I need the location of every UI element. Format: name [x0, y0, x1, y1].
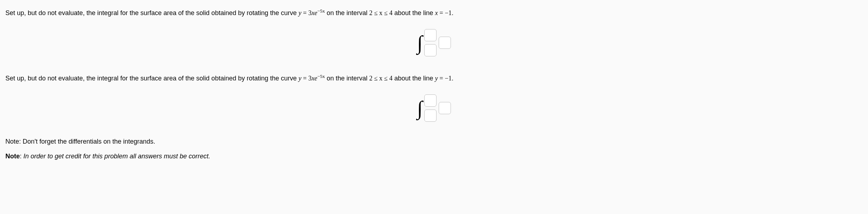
q2-e: e — [315, 75, 317, 82]
q1-interval: 2 ≤ x ≤ 4 — [369, 9, 393, 17]
q1-eq-lhs: y — [299, 9, 302, 17]
question-1-prompt: Set up, but do not evaluate, the integra… — [5, 7, 863, 18]
bounds-stack-1 — [424, 29, 437, 56]
q1-axis-eq: = — [438, 9, 445, 17]
q2-axis-rhs: −1 — [445, 75, 452, 82]
note-2: Note: In order to get credit for this pr… — [5, 153, 863, 160]
integral-symbol-icon: ∫ — [417, 33, 422, 53]
q2-period: . — [452, 75, 453, 82]
q2-coef: 3 — [308, 75, 312, 82]
lower-bound-input-2[interactable] — [424, 110, 437, 122]
integral-2: ∫ — [5, 94, 863, 122]
q1-axis-lhs: x — [435, 9, 438, 17]
integrand-input-2[interactable] — [439, 102, 451, 114]
q2-eq-lhs: y — [299, 75, 302, 82]
q1-period: . — [452, 9, 453, 17]
q2-axis-lhs: y — [435, 75, 438, 82]
integrand-input-1[interactable] — [439, 37, 451, 49]
q1-eq-eq: = — [302, 9, 308, 17]
note-2-bold: Note — [5, 153, 20, 160]
lower-bound-input-1[interactable] — [424, 44, 437, 56]
q2-interval: 2 ≤ x ≤ 4 — [369, 75, 393, 82]
question-2-prompt: Set up, but do not evaluate, the integra… — [5, 73, 863, 84]
note-2-sep: : — [20, 153, 23, 160]
upper-bound-input-1[interactable] — [424, 29, 437, 41]
bounds-stack-2 — [424, 94, 437, 122]
q2-about-pre: about the line — [393, 75, 435, 82]
q2-interval-pre: on the interval — [325, 75, 369, 82]
integral-symbol-icon: ∫ — [417, 98, 422, 118]
note-1: Note: Don't forget the differentials on … — [5, 138, 863, 145]
q1-exp: −5x — [317, 8, 325, 14]
q1-pre-text: Set up, but do not evaluate, the integra… — [5, 9, 299, 17]
q2-var: x — [312, 75, 315, 82]
q1-var: x — [312, 9, 315, 17]
integral-1: ∫ — [5, 29, 863, 56]
upper-bound-input-2[interactable] — [424, 94, 437, 107]
q1-e: e — [315, 9, 317, 17]
note-2-ital: In order to get credit for this problem … — [23, 153, 210, 160]
q1-coef: 3 — [308, 9, 312, 17]
q2-pre-text: Set up, but do not evaluate, the integra… — [5, 75, 299, 82]
q2-axis-eq: = — [438, 75, 445, 82]
q2-eq-eq: = — [302, 75, 308, 82]
q1-interval-pre: on the interval — [325, 9, 369, 17]
q1-axis-rhs: −1 — [445, 9, 452, 17]
q2-exp: −5x — [317, 74, 325, 79]
q1-about-pre: about the line — [393, 9, 435, 17]
